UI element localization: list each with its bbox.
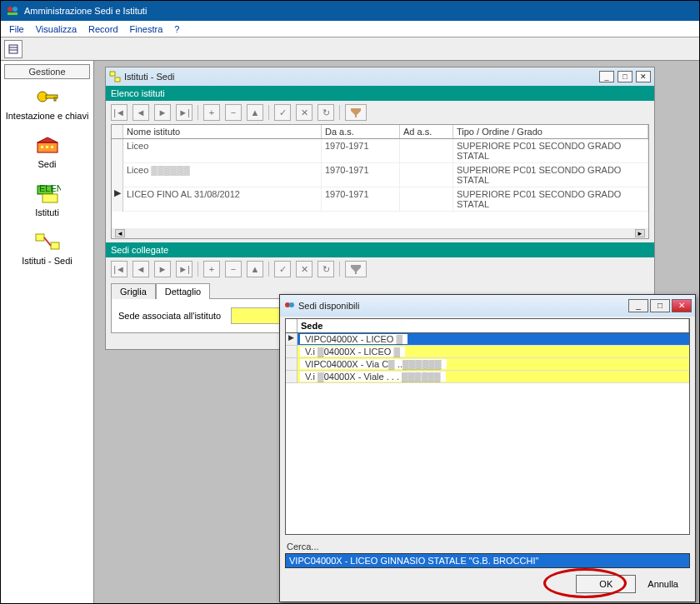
sidebar-item-istituti[interactable]: ELENCO Istituti — [1, 184, 93, 217]
nav-prev-icon[interactable]: ◄ — [132, 261, 149, 277]
remove-icon[interactable]: − — [225, 261, 242, 277]
svg-marker-25 — [351, 267, 361, 274]
svg-marker-10 — [38, 137, 58, 142]
table-row[interactable]: Liceo ▒▒▒▒▒▒ 1970-1971 SUPERIORE PC01 SE… — [112, 163, 648, 187]
main-title-text: Amministrazione Sedi e Istituti — [24, 6, 147, 16]
menu-visualizza[interactable]: Visualizza — [31, 22, 82, 36]
dialog-titlebar[interactable]: Sedi disponibili _ □ ✕ — [280, 295, 695, 317]
sidebar-item-label: Sedi — [1, 159, 93, 169]
grid-istituti[interactable]: Nome istituto Da a.s. Ad a.s. Tipo / Ord… — [111, 124, 649, 239]
up-icon[interactable]: ▲ — [247, 261, 263, 277]
search-input[interactable] — [285, 553, 690, 568]
section-sedi-collegate: Sedi collegate — [106, 242, 654, 257]
scroll-left-icon[interactable]: ◄ — [115, 229, 125, 237]
h-scrollbar[interactable]: ◄ ► — [112, 228, 648, 238]
svg-point-1 — [12, 7, 18, 12]
up-icon[interactable]: ▲ — [247, 104, 263, 121]
sidebar-header: Gestione — [4, 64, 90, 79]
close-button[interactable]: ✕ — [636, 71, 651, 82]
tab-griglia[interactable]: Griglia — [111, 283, 156, 299]
svg-point-27 — [289, 302, 294, 307]
sidebar-item-sedi[interactable]: Sedi — [1, 136, 93, 169]
nav-first-icon[interactable]: |◄ — [111, 261, 128, 277]
menubar: File Visualizza Record Finestra ? — [1, 21, 699, 37]
main-titlebar: Amministrazione Sedi e Istituti — [1, 1, 699, 21]
svg-rect-24 — [351, 265, 361, 267]
filter-icon[interactable] — [345, 261, 367, 277]
app-icon — [6, 4, 19, 17]
svg-rect-21 — [115, 77, 120, 82]
confirm-icon[interactable]: ✓ — [274, 104, 291, 121]
child-title-icon — [109, 71, 121, 82]
main-toolbar — [1, 37, 699, 61]
svg-rect-15 — [42, 194, 58, 202]
col-nome[interactable]: Nome istituto — [123, 125, 322, 138]
minimize-button[interactable]: _ — [628, 299, 648, 312]
menu-finestra[interactable]: Finestra — [125, 22, 168, 36]
list-item[interactable]: ▶VIPC04000X - LICEO ▒ — [286, 333, 689, 346]
svg-rect-3 — [9, 45, 18, 53]
svg-marker-23 — [351, 111, 361, 117]
svg-rect-18 — [51, 242, 59, 249]
nav-first-icon[interactable]: |◄ — [111, 104, 128, 121]
nav-next-icon[interactable]: ► — [154, 261, 171, 277]
nav-last-icon[interactable]: ►| — [176, 104, 192, 121]
refresh-icon[interactable]: ↻ — [318, 261, 334, 277]
confirm-icon[interactable]: ✓ — [274, 261, 291, 277]
cancel-icon[interactable]: ✕ — [296, 261, 312, 277]
svg-line-19 — [44, 237, 51, 246]
col-ad[interactable]: Ad a.s. — [400, 125, 453, 138]
remove-icon[interactable]: − — [225, 104, 242, 121]
add-icon[interactable]: + — [203, 104, 220, 121]
grid-sedi-disponibili[interactable]: Sede ▶VIPC04000X - LICEO ▒ V.i ▒04000X -… — [285, 318, 690, 535]
list-item[interactable]: V.i ▒04000X - Viale . . . ▒▒▒▒▒▒ — [286, 371, 689, 383]
svg-rect-17 — [36, 234, 44, 241]
maximize-button[interactable]: □ — [618, 71, 632, 82]
section-elenco-istituti: Elenco istituti — [106, 86, 654, 101]
svg-point-0 — [8, 7, 12, 12]
toolbar-list-icon[interactable] — [4, 40, 22, 58]
child-title-text: Istituti - Sedi — [124, 72, 175, 82]
cancel-icon[interactable]: ✕ — [296, 104, 312, 121]
annulla-button[interactable]: Annulla — [648, 579, 678, 589]
nav-next-icon[interactable]: ► — [154, 104, 171, 121]
close-button[interactable]: ✕ — [672, 299, 692, 312]
grid-toolbar-top: |◄ ◄ ► ►| + − ▲ ✓ ✕ ↻ — [106, 101, 654, 124]
refresh-icon[interactable]: ↻ — [318, 104, 334, 121]
col-sede[interactable]: Sede — [298, 319, 689, 332]
nav-last-icon[interactable]: ►| — [176, 261, 192, 277]
nav-prev-icon[interactable]: ◄ — [132, 104, 149, 121]
link-icon — [34, 232, 61, 252]
sidebar-item-istituti-sedi[interactable]: Istituti - Sedi — [1, 232, 93, 266]
scroll-right-icon[interactable]: ► — [635, 229, 645, 237]
sidebar-item-label: Intestazione e chiavi — [1, 111, 93, 121]
child-titlebar[interactable]: Istituti - Sedi _ □ ✕ — [106, 67, 654, 86]
menu-help[interactable]: ? — [169, 22, 184, 36]
table-row[interactable]: Liceo 1970-1971 SUPERIORE PC01 SECONDO G… — [112, 139, 648, 163]
svg-rect-12 — [46, 146, 48, 148]
add-icon[interactable]: + — [203, 261, 220, 277]
sidebar-item-label: Istituti — [1, 207, 93, 217]
table-row[interactable]: ▶ LICEO FINO AL 31/08/2012 1970-1971 SUP… — [112, 187, 648, 212]
svg-rect-2 — [8, 12, 18, 15]
svg-rect-13 — [51, 146, 53, 148]
dialog-icon — [283, 300, 295, 312]
tab-dettaglio[interactable]: Dettaglio — [156, 283, 210, 299]
svg-rect-8 — [54, 97, 56, 101]
ok-button[interactable]: OK — [576, 575, 636, 593]
menu-file[interactable]: File — [4, 22, 29, 36]
maximize-button[interactable]: □ — [650, 299, 670, 312]
filter-icon[interactable] — [345, 104, 367, 121]
minimize-button[interactable]: _ — [599, 71, 614, 82]
list-item[interactable]: VIPC04000X - Via C▒ ..▒▒▒▒▒▒ — [286, 358, 689, 371]
svg-text:ELENCO: ELENCO — [39, 184, 61, 193]
svg-rect-20 — [110, 72, 115, 76]
list-item[interactable]: V.i ▒04000X - LICEO ▒ — [286, 346, 689, 358]
col-tipo[interactable]: Tipo / Ordine / Grado — [453, 125, 648, 138]
sidebar-item-intestazione[interactable]: Intestazione e chiavi — [1, 87, 93, 121]
col-da[interactable]: Da a.s. — [322, 125, 400, 138]
menu-record[interactable]: Record — [83, 22, 122, 36]
building-icon — [34, 136, 61, 156]
list-icon: ELENCO — [34, 184, 61, 204]
form-label-sede: Sede associata all'istituto — [118, 311, 221, 321]
